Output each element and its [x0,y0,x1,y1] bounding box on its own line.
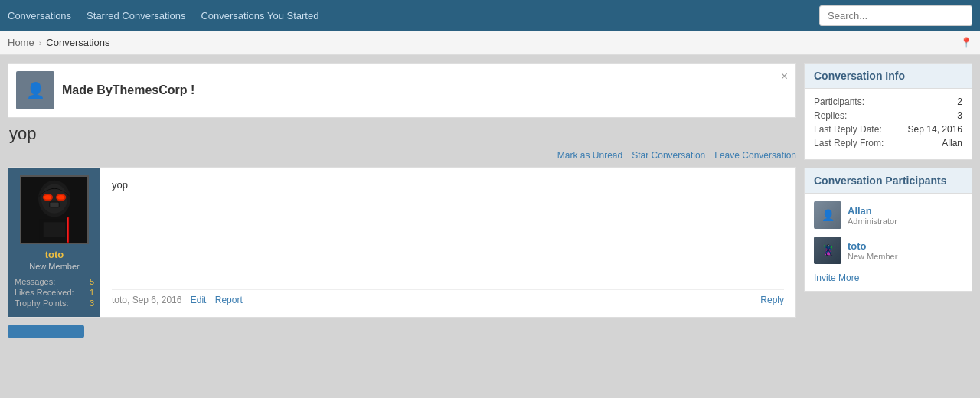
participant-avatar-allan: 👤 [814,201,841,229]
svg-point-5 [44,195,52,200]
message-user-sidebar: toto New Member Messages: 5 Likes Receiv… [8,168,100,317]
participants-label: Participants: [814,96,864,107]
conversation-header-title: Made ByThemesCorp ! [62,83,788,97]
stat-trophy: Trophy Points: 3 [15,298,94,308]
top-nav-right [819,5,972,26]
allan-avatar-img: 👤 [814,201,841,229]
reply-button[interactable]: Reply [760,295,784,305]
conversation-participants-card: Conversation Participants 👤 Allan Admini… [804,168,972,292]
participant-item-toto: 🦹 toto New Member [814,237,962,264]
participant-role-allan: Administrator [848,217,897,226]
breadcrumb-home[interactable]: Home [8,37,34,48]
breadcrumb-separator: › [39,38,42,47]
info-replies: Replies: 3 [814,110,962,121]
bottom-action-button[interactable] [8,325,84,338]
conversation-actions: Mark as Unread Star Conversation Leave C… [8,150,796,161]
message-footer: toto, Sep 6, 2016 Edit Report Reply [112,289,784,305]
search-input[interactable] [819,5,972,26]
bottom-area [8,325,796,338]
pin-icon: 📍 [960,37,972,48]
svg-rect-8 [50,202,58,207]
invite-more: Invite More [814,272,962,283]
svg-rect-12 [67,218,68,243]
svg-rect-10 [44,222,66,237]
breadcrumb-current: Conversations [46,37,109,48]
participant-item-allan: 👤 Allan Administrator [814,201,962,229]
participant-info-allan: Allan Administrator [848,205,897,226]
messages-value: 5 [90,277,94,286]
content-area: 👤 Made ByThemesCorp ! × yop Mark as Unre… [8,63,796,338]
breadcrumb: Home › Conversations 📍 [0,31,980,55]
participant-role-toto: New Member [848,252,897,261]
svg-point-6 [57,195,65,200]
mark-unread-link[interactable]: Mark as Unread [557,150,622,161]
nav-starred[interactable]: Starred Conversations [87,10,185,21]
likes-value: 1 [90,288,94,297]
edit-link[interactable]: Edit [191,295,207,305]
close-icon[interactable]: × [781,70,788,83]
main-container: 👤 Made ByThemesCorp ! × yop Mark as Unre… [0,55,980,345]
participant-name-allan[interactable]: Allan [848,205,897,217]
conversation-info-title: Conversation Info [805,64,972,89]
header-avatar: 👤 [16,71,54,109]
message-username: toto [45,249,64,260]
info-participants: Participants: 2 [814,96,962,107]
info-last-from: Last Reply From: Allan [814,138,962,148]
participants-title: Conversation Participants [805,168,972,194]
message-body: yop toto, Sep 6, 2016 Edit Report Reply [100,168,795,317]
message-text: yop [112,179,784,282]
nav-conversations[interactable]: Conversations [8,10,71,21]
report-link[interactable]: Report [215,295,243,305]
participant-name-toto[interactable]: toto [848,240,897,252]
header-avatar-img: 👤 [16,71,54,109]
conversation-info-body: Participants: 2 Replies: 3 Last Reply Da… [805,89,972,159]
participant-info-toto: toto New Member [848,240,897,261]
last-reply-date-label: Last Reply Date: [814,124,882,135]
last-reply-date-value: Sep 14, 2016 [908,124,962,135]
messages-label: Messages: [15,277,55,286]
message-role: New Member [29,262,79,271]
replies-label: Replies: [814,110,847,121]
replies-value: 3 [957,110,962,121]
info-last-date: Last Reply Date: Sep 14, 2016 [814,124,962,135]
participants-body: 👤 Allan Administrator 🦹 toto New Member [805,194,972,291]
last-reply-from-label: Last Reply From: [814,138,884,148]
nav-started[interactable]: Conversations You Started [201,10,318,21]
nav-links: Conversations Starred Conversations Conv… [8,10,318,21]
right-sidebar: Conversation Info Participants: 2 Replie… [804,63,972,338]
toto-avatar-img: 🦹 [814,237,841,264]
stat-messages: Messages: 5 [15,277,94,286]
message-avatar [20,175,89,244]
conversation-info-card: Conversation Info Participants: 2 Replie… [804,63,972,160]
message-meta: toto, Sep 6, 2016 Edit Report [112,295,760,305]
invite-more-link[interactable]: Invite More [814,272,859,283]
conversation-title: yop [8,124,796,144]
participant-avatar-toto: 🦹 [814,237,841,264]
trophy-value: 3 [90,298,94,308]
top-navigation: Conversations Starred Conversations Conv… [0,0,980,31]
message-stats: Messages: 5 Likes Received: 1 Trophy Poi… [15,277,94,309]
trophy-label: Trophy Points: [15,298,69,308]
message-date: toto, Sep 6, 2016 [112,295,181,305]
leave-conversation-link[interactable]: Leave Conversation [714,150,796,161]
participants-value: 2 [957,96,962,107]
star-conversation-link[interactable]: Star Conversation [632,150,705,161]
stat-likes: Likes Received: 1 [15,288,94,297]
likes-label: Likes Received: [15,288,74,297]
message-block: toto New Member Messages: 5 Likes Receiv… [8,167,796,318]
last-reply-from-value: Allan [942,138,962,148]
conversation-header: 👤 Made ByThemesCorp ! × [8,63,796,118]
